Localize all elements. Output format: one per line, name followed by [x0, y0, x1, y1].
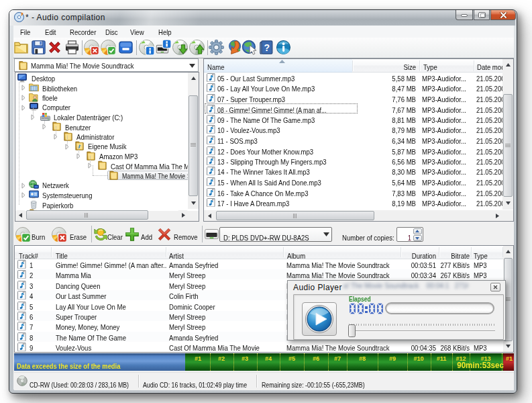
- svg-text:?: ?: [264, 42, 270, 53]
